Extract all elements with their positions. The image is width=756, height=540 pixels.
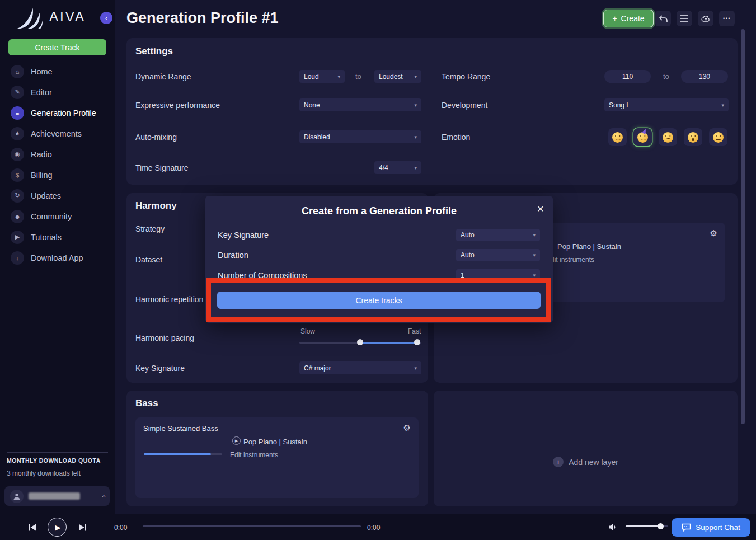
gear-icon[interactable]: ⚙	[710, 228, 717, 238]
sidebar-item-label: Tutorials	[31, 233, 62, 242]
emotion-label: Emotion	[442, 133, 470, 142]
generation-profile-icon: ≡	[11, 106, 24, 120]
sidebar-item-updates[interactable]: ↻ Updates	[0, 185, 115, 206]
community-icon: ☻	[11, 210, 24, 223]
upload-button[interactable]	[698, 11, 713, 26]
sidebar-item-editor[interactable]: ✎ Editor	[0, 82, 115, 102]
gear-icon[interactable]: ⚙	[403, 423, 411, 433]
expressive-performance-select[interactable]: None▾	[299, 98, 421, 111]
tempo-max-input[interactable]: 130	[681, 70, 728, 83]
tutorials-icon: ▶	[11, 231, 24, 244]
create-button[interactable]: + Create	[603, 10, 654, 27]
bass-card: Bass Simple Sustained Bass ⚙ ▶ Pop Piano…	[126, 391, 428, 506]
tempo-min-input[interactable]: 110	[604, 70, 651, 83]
brand-name: AIVA	[49, 9, 86, 25]
development-label: Development	[442, 101, 488, 110]
strategy-label: Strategy	[135, 224, 165, 233]
quota-divider	[7, 452, 108, 453]
auto-mixing-select[interactable]: Disabled▾	[299, 130, 421, 143]
pacing-slider-handle-min[interactable]	[357, 339, 363, 345]
preview-play-icon[interactable]: ▶	[232, 436, 241, 445]
create-tracks-button[interactable]: Create tracks	[217, 292, 541, 309]
ellipsis-icon: •••	[723, 16, 731, 21]
modal-title: Create from a Generation Profile	[205, 205, 553, 217]
pacing-min-label: Slow	[300, 327, 315, 335]
bass-edit-instruments-link[interactable]: Edit instruments	[230, 451, 278, 459]
editor-icon: ✎	[11, 86, 24, 99]
vertical-scrollbar-thumb[interactable]	[741, 29, 745, 424]
dynamic-range-min-select[interactable]: Loud▾	[299, 70, 345, 83]
queue-button[interactable]	[677, 11, 692, 26]
sidebar-item-label: Editor	[31, 88, 52, 97]
sidebar-item-radio[interactable]: ◉ Radio	[0, 144, 115, 165]
sidebar-collapse-button[interactable]: ‹	[100, 12, 112, 24]
harmonic-repetition-label: Harmonic repetition	[135, 295, 203, 304]
volume-button[interactable]	[608, 523, 618, 532]
skip-back-button[interactable]	[25, 520, 39, 534]
chevron-down-icon: ▾	[414, 74, 417, 79]
play-icon: ▶	[55, 523, 61, 532]
expressive-performance-label: Expressive performance	[135, 101, 220, 110]
sidebar-item-label: Achievements	[31, 129, 82, 138]
user-name-redacted	[29, 492, 80, 500]
pacing-max-label: Fast	[408, 327, 421, 335]
chevron-down-icon: ▾	[533, 273, 536, 278]
sidebar-item-tutorials[interactable]: ▶ Tutorials	[0, 227, 115, 247]
total-time: 0:00	[367, 524, 380, 532]
settings-title: Settings	[135, 46, 173, 57]
skip-forward-button[interactable]	[76, 520, 89, 534]
pacing-slider-range	[360, 342, 417, 344]
sidebar-item-label: Radio	[31, 150, 52, 159]
sidebar-item-generation-profile[interactable]: ≡ Generation Profile	[0, 102, 115, 123]
elapsed-time: 0:00	[114, 524, 127, 532]
list-icon	[680, 15, 688, 22]
modal-compositions-select[interactable]: 1▾	[456, 269, 540, 281]
play-button[interactable]: ▶	[48, 518, 67, 537]
chevron-down-icon: ▾	[533, 252, 536, 258]
modal-duration-label: Duration	[218, 251, 248, 260]
modal-duration-select[interactable]: Auto▾	[456, 249, 540, 261]
harmony-title: Harmony	[135, 200, 177, 212]
emotion-fear-button[interactable]	[684, 128, 702, 146]
harmonic-pacing-label: Harmonic pacing	[135, 334, 194, 342]
create-track-button[interactable]: Create Track	[8, 39, 106, 55]
sidebar-item-download-app[interactable]: ↓ Download App	[0, 247, 115, 268]
sidebar-item-label: Generation Profile	[31, 109, 96, 118]
seek-bar[interactable]	[143, 525, 361, 527]
key-signature-select[interactable]: C# major▾	[299, 361, 421, 374]
melody-edit-instruments-link[interactable]: Edit instruments	[546, 256, 594, 264]
more-button[interactable]: •••	[719, 11, 735, 26]
dynamic-range-max-select[interactable]: Loudest▾	[374, 70, 421, 83]
sidebar-item-achievements[interactable]: ★ Achievements	[0, 123, 115, 144]
sidebar-item-community[interactable]: ☻ Community	[0, 206, 115, 227]
user-menu[interactable]: ›	[4, 486, 110, 506]
emotion-sad-button[interactable]	[659, 128, 677, 146]
dataset-label: Dataset	[135, 255, 162, 264]
close-icon[interactable]: ×	[537, 202, 544, 215]
add-new-layer-button[interactable]: + Add new layer	[434, 457, 738, 467]
pacing-slider-handle-max[interactable]	[414, 339, 420, 345]
sidebar-item-billing[interactable]: $ Billing	[0, 165, 115, 185]
support-chat-button[interactable]: Support Chat	[672, 518, 750, 537]
emotion-party-button[interactable]	[633, 128, 652, 146]
bass-layer-card: Simple Sustained Bass ⚙ ▶ Pop Piano | Su…	[135, 417, 419, 498]
modal-key-signature-label: Key Signature	[218, 231, 269, 240]
sad-face-icon	[663, 132, 673, 143]
skip-back-icon	[28, 524, 36, 531]
undo-icon	[659, 15, 668, 22]
time-signature-select[interactable]: 4/4▾	[374, 161, 421, 174]
melody-instrument: Pop Piano | Sustain	[557, 242, 621, 251]
volume-slider-handle[interactable]	[658, 523, 664, 529]
sidebar-item-home[interactable]: ⌂ Home	[0, 61, 115, 82]
aiva-app: AIVA ‹ Create Track ⌂ Home ✎ Editor ≡ Ge…	[0, 0, 756, 540]
sidebar-item-label: Download App	[31, 253, 83, 262]
neutral-face-icon	[713, 132, 724, 143]
undo-button[interactable]	[655, 11, 671, 26]
emotion-calm-button[interactable]	[608, 128, 627, 146]
modal-key-signature-select[interactable]: Auto▾	[456, 229, 540, 241]
emotion-neutral-button[interactable]	[709, 128, 727, 146]
modal-compositions-label: Number of Compositions	[218, 271, 307, 280]
sidebar-item-label: Billing	[31, 171, 53, 180]
development-select[interactable]: Song I▾	[604, 98, 729, 111]
time-signature-label: Time Signature	[135, 163, 188, 172]
